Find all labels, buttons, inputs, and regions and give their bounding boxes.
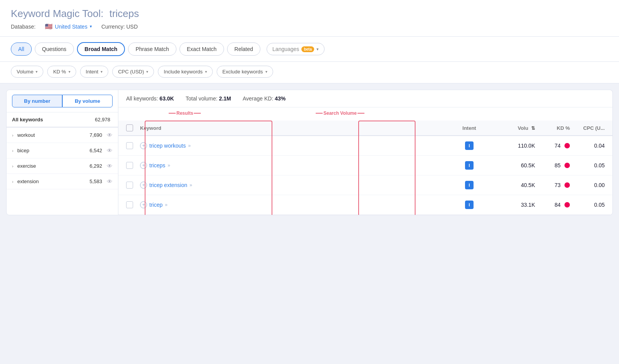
sidebar-item-bicep[interactable]: › bicep 6,542 👁 [7,143,118,158]
keyword-cell-4: + tricep » [140,201,450,208]
cpc-cell-4: 0.05 [570,202,605,208]
total-volume-label: Total volume: [186,95,217,102]
kd-value-4: 84 [554,202,561,208]
header-cpc: CPC (U... [570,125,605,131]
page-title: Keyword Magic Tool: triceps [11,8,608,20]
tabs-bar: All Questions Broad Match Phrase Match E… [0,37,619,62]
volume-filter[interactable]: Volume ▾ [11,66,43,78]
include-keywords-label: Include keywords [164,69,202,75]
select-all-checkbox[interactable] [126,124,133,131]
all-keywords-value: 63.0K [159,95,174,102]
keyword-cell-2: + triceps » [140,162,450,169]
intent-badge-3: I [465,181,474,189]
volume-cell-2: 60.5K [489,162,535,168]
chevron-right-icon: › [12,148,14,153]
cpc-cell-2: 0.05 [570,162,605,168]
database-selector[interactable]: 🇺🇸 United States ▾ [45,23,92,30]
exclude-keywords-filter[interactable]: Exclude keywords ▾ [217,66,273,78]
sidebar-item-workout[interactable]: › workout 7,690 👁 [7,128,118,143]
keyword-text-4: tricep [149,202,162,208]
kd-dot-4 [564,202,570,208]
cpc-cell-1: 0.04 [570,143,605,149]
include-keywords-filter[interactable]: Include keywords ▾ [158,66,212,78]
chevron-right-icon: › [12,133,14,138]
keyword-link-1[interactable]: + tricep workouts » [140,142,450,149]
tab-phrase-match[interactable]: Phrase Match [128,43,176,56]
languages-label: Languages [272,46,299,52]
sidebar-item-extension[interactable]: › extension 5,583 👁 [7,174,118,189]
tab-broad-match[interactable]: Broad Match [77,42,125,56]
results-annotation-label: Results [169,111,201,116]
intent-filter[interactable]: Intent ▾ [80,66,109,78]
sidebar-count-extension: 5,583 [89,179,102,184]
volume-cell-1: 110.0K [489,143,535,149]
add-keyword-icon-3[interactable]: + [140,182,147,189]
keyword-link-2[interactable]: + triceps » [140,162,450,169]
kd-dot-3 [564,182,570,188]
annotation-labels-row: Results Search Volume [126,107,605,121]
eye-icon[interactable]: 👁 [107,163,113,169]
row-checkbox-3[interactable] [126,182,133,189]
table-header: Keyword Intent Volu ⇅ KD % CPC (U... [118,121,612,136]
volume-value-3: 40.5K [521,182,535,188]
table-wrapper: Keyword Intent Volu ⇅ KD % CPC (U... [118,121,612,215]
dash-left-sv-icon [316,113,323,114]
row-checkbox-4[interactable] [126,201,133,208]
avg-kd-label: Average KD: [243,95,273,102]
database-name: United States [55,24,87,30]
title-query: triceps [109,8,139,19]
all-keywords-label: All keywords: [126,95,158,102]
keyword-link-4[interactable]: + tricep » [140,201,450,208]
sidebar-label-workout: workout [17,132,87,138]
kd-dot-2 [564,163,570,168]
navigate-icon-1: » [188,143,191,148]
row-checkbox-1[interactable] [126,142,133,149]
kd-cell-1: 74 [535,143,570,149]
chevron-down-icon: ▾ [146,70,148,74]
cpc-filter[interactable]: CPC (USD) ▾ [112,66,154,78]
keyword-link-3[interactable]: + tricep extension » [140,182,450,189]
kd-value-2: 85 [554,162,561,168]
tab-all[interactable]: All [11,43,32,56]
tab-related[interactable]: Related [227,43,260,56]
volume-cell-3: 40.5K [489,182,535,188]
intent-filter-label: Intent [86,69,99,75]
header-volume[interactable]: Volu ⇅ [489,125,535,131]
kd-value-1: 74 [554,143,561,149]
sidebar-label-exercise: exercise [17,163,87,169]
add-keyword-icon-1[interactable]: + [140,142,147,149]
dash-right-icon [194,113,201,114]
languages-button[interactable]: Languages beta ▾ [267,43,325,55]
kd-dot-1 [564,143,570,148]
eye-icon[interactable]: 👁 [107,178,113,185]
header: Keyword Magic Tool: triceps Database: 🇺🇸… [0,0,619,37]
chevron-down-icon: ▾ [68,70,70,74]
kd-cell-4: 84 [535,202,570,208]
eye-icon[interactable]: 👁 [107,132,113,138]
intent-cell-1: I [450,141,489,150]
eye-icon[interactable]: 👁 [107,147,113,154]
all-keywords-stat: All keywords: 63.0K [126,95,174,102]
row-check-2 [126,162,140,169]
keyword-text-3: tricep extension [149,182,187,188]
intent-cell-3: I [450,181,489,189]
tab-questions[interactable]: Questions [35,43,74,56]
toggle-by-volume[interactable]: By volume [62,95,113,107]
volume-value-1: 110.0K [518,143,535,149]
table-row: + tricep extension » I 40.5K 73 [118,175,612,195]
kd-filter[interactable]: KD % ▾ [47,66,76,78]
toggle-by-number[interactable]: By number [12,95,62,107]
sidebar-item-exercise[interactable]: › exercise 6,292 👁 [7,158,118,174]
tab-exact-match[interactable]: Exact Match [180,43,224,56]
cpc-cell-3: 0.00 [570,182,605,188]
sidebar: By number By volume All keywords 62,978 … [6,90,118,215]
filter-row: Volume ▾ KD % ▾ Intent ▾ CPC (USD) ▾ Inc… [0,62,619,83]
kd-cell-2: 85 [535,162,570,168]
row-checkbox-2[interactable] [126,162,133,169]
kd-filter-label: KD % [53,69,66,75]
add-keyword-icon-2[interactable]: + [140,162,147,169]
volume-value-2: 60.5K [521,162,535,168]
add-keyword-icon-4[interactable]: + [140,201,147,208]
row-check-1 [126,142,140,149]
table-section: All keywords: 63.0K Total volume: 2.1M A… [118,90,613,215]
